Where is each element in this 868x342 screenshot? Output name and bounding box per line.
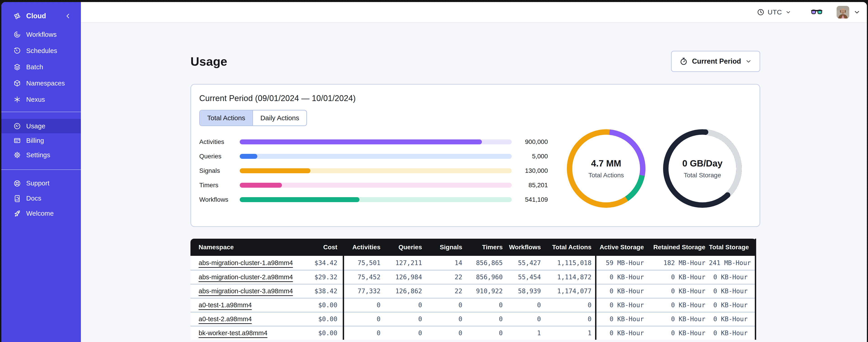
tab-daily-actions[interactable]: Daily Actions [252,110,306,126]
namespace-link[interactable]: abs-migration-cluster-3.a98mm4 [198,287,293,295]
actions-bar-chart: Activities 900,000 Queries 5,000 Signals [199,139,548,211]
bar-fill [240,139,482,144]
timezone-label: UTC [768,8,782,16]
main-area: UTC [81,2,867,342]
topbar: UTC [81,2,867,23]
bar-track [240,183,512,188]
total-actions-donut: 4.7 MM Total Actions [565,128,647,209]
temporal-logo-icon [13,12,21,20]
sidebar-item-nexus[interactable]: Nexus [1,91,81,108]
batch-icon [13,63,21,71]
workflows-icon [13,30,21,39]
sidebar-item-usage[interactable]: Usage [1,119,81,133]
brand-label: Cloud [26,12,64,20]
panel-title: Current Period (09/01/2024 — 10/01/2024) [199,94,751,103]
tab-total-actions[interactable]: Total Actions [200,110,252,126]
donut-label: Total Actions [588,172,624,179]
page-title: Usage [190,55,227,68]
sidebar-divider [1,112,81,112]
bar-fill [240,154,257,159]
sidebar-item-batch[interactable]: Batch [1,59,81,75]
table-row: abs-migration-cluster-1.a98mm4 $34.42 75… [190,256,756,270]
chevron-down-icon [745,58,752,65]
actions-tabs: Total Actions Daily Actions [199,110,307,126]
clock-icon [757,8,765,16]
glasses-icon[interactable] [811,8,823,16]
usage-page: Usage Current Period Current Period (09/… [81,23,867,342]
table-column-divider [343,239,344,340]
total-storage-donut: 0 GB/Day Total Storage [662,128,743,209]
table-row: abs-migration-cluster-2.a98mm4 $29.32 75… [190,270,756,284]
donut-value: 4.7 MM [591,158,621,169]
sidebar-divider [1,169,81,170]
usage-gauge-icon [13,122,21,130]
sidebar-item-workflows[interactable]: Workflows [1,26,81,43]
sidebar-item-support[interactable]: Support [1,176,81,191]
sidebar-nav-main: Workflows Schedules Batch Namespaces [1,26,81,108]
table-row: a0-test-1.a98mm4 $0.00 0 0 0 0 0 0 0 KB-… [190,298,756,312]
timezone-picker[interactable]: UTC [757,8,792,16]
sidebar-collapse-icon[interactable] [64,12,72,20]
table-row: abs-migration-cluster-3.a98mm4 $38.42 77… [190,284,756,298]
chevron-down-icon [785,9,792,15]
namespaces-icon [13,79,21,87]
namespace-link[interactable]: bk-worker-test.a98mm4 [198,329,268,337]
settings-gear-icon [13,151,21,159]
period-select-button[interactable]: Current Period [671,51,760,72]
namespace-link[interactable]: a0-test-2.a98mm4 [198,315,252,322]
bar-workflows: Workflows 541,109 [199,197,548,202]
table-right-border [755,239,756,340]
bar-track [240,154,512,159]
bar-timers: Timers 85,201 [199,182,548,188]
bar-queries: Queries 5,000 [199,153,548,159]
avatar[interactable] [837,6,849,19]
sidebar-item-schedules[interactable]: Schedules [1,43,81,59]
sidebar-item-billing[interactable]: Billing [1,133,81,148]
table-row: a0-test-2.a98mm4 $0.00 0 0 0 0 0 0 0 KB-… [190,312,756,326]
namespace-usage-table: Namespace Cost Activities Queries Signal… [190,239,756,340]
table-column-divider [595,239,596,340]
sidebar-nav-account: Usage Billing Settings [1,119,81,162]
nexus-icon [13,95,21,104]
sidebar-nav-footer: Support Docs Welcome [1,176,81,221]
table-header: Namespace Cost Activities Queries Signal… [190,239,756,256]
bar-track [240,197,512,202]
namespace-link[interactable]: a0-test-1.a98mm4 [198,301,252,309]
sidebar: Cloud Workflows Schedules [1,2,81,342]
stopwatch-icon [679,57,688,66]
namespace-link[interactable]: abs-migration-cluster-2.a98mm4 [198,273,293,281]
user-menu-chevron-icon[interactable] [853,8,861,16]
bar-fill [240,197,360,202]
docs-book-icon [13,195,21,203]
sidebar-item-welcome[interactable]: Welcome [1,206,81,221]
bar-track [240,139,512,144]
table-row: bk-worker-test.a98mm4 $0.00 0 0 0 0 1 1 … [190,326,756,340]
billing-card-icon [13,136,21,145]
sidebar-item-docs[interactable]: Docs [1,191,81,206]
sidebar-brand: Cloud [1,11,81,21]
bar-track [240,168,512,173]
bar-activities: Activities 900,000 [199,139,548,145]
donut-value: 0 GB/Day [682,158,722,169]
sidebar-item-settings[interactable]: Settings [1,148,81,162]
support-lifebuoy-icon [13,179,21,187]
schedules-icon [13,47,21,55]
bar-fill [240,168,310,173]
donut-label: Total Storage [684,172,721,179]
bar-signals: Signals 130,000 [199,168,548,173]
bar-fill [240,183,282,188]
welcome-rocket-icon [13,210,21,218]
namespace-link[interactable]: abs-migration-cluster-1.a98mm4 [198,259,293,266]
sidebar-item-namespaces[interactable]: Namespaces [1,75,81,91]
app-window: Cloud Workflows Schedules [1,2,867,342]
current-period-panel: Current Period (09/01/2024 — 10/01/2024)… [190,84,760,227]
